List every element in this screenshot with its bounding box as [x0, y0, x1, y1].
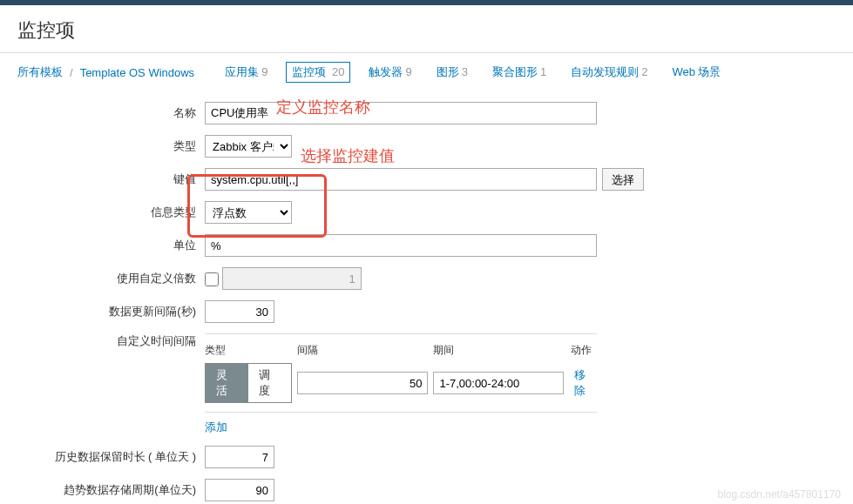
- toggle-flex-button[interactable]: 灵活: [206, 364, 248, 402]
- multiplier-value-input: [222, 267, 362, 290]
- label-key: 键值: [17, 171, 205, 187]
- label-custom-intervals: 自定义时间间隔: [17, 333, 205, 349]
- label-history-days: 历史数据保留时长 ( 单位天 ): [17, 449, 205, 465]
- label-update-interval: 数据更新间隔(秒): [17, 304, 205, 319]
- tab-items[interactable]: 监控项 20: [286, 62, 350, 83]
- key-input[interactable]: [205, 168, 597, 191]
- label-type: 类型: [17, 138, 205, 154]
- history-days-input[interactable]: [205, 446, 274, 468]
- name-input[interactable]: [205, 102, 597, 124]
- tab-screens[interactable]: 聚合图形1: [486, 62, 552, 83]
- label-name: 名称: [17, 105, 205, 121]
- custom-multiplier-checkbox[interactable]: [205, 272, 219, 286]
- tab-graphs[interactable]: 图形3: [430, 62, 474, 83]
- label-unit: 单位: [17, 238, 205, 253]
- interval-header-action: 动作: [571, 343, 592, 358]
- label-info-type: 信息类型: [17, 205, 205, 220]
- breadcrumb-template[interactable]: Template OS Windows: [80, 66, 195, 79]
- tab-discovery[interactable]: 自动发现规则2: [565, 62, 653, 83]
- label-custom-multiplier: 使用自定义倍数: [17, 271, 205, 286]
- page-title: 监控项: [17, 17, 836, 44]
- interval-header-interval: 间隔: [297, 343, 433, 358]
- interval-value-input[interactable]: [297, 372, 428, 394]
- breadcrumb-separator: /: [70, 66, 73, 79]
- tab-application-set[interactable]: 应用集9: [219, 62, 274, 83]
- toggle-schedule-button[interactable]: 调度: [248, 364, 291, 402]
- add-interval-link[interactable]: 添加: [205, 420, 227, 435]
- remove-interval-link[interactable]: 移除: [574, 367, 597, 399]
- interval-header-period: 期间: [433, 343, 571, 358]
- unit-input[interactable]: [205, 234, 597, 257]
- info-type-select[interactable]: 浮点数: [205, 201, 292, 224]
- update-interval-input[interactable]: [205, 300, 274, 323]
- interval-header-type: 类型: [205, 343, 297, 358]
- period-value-input[interactable]: [433, 372, 564, 394]
- breadcrumb-all-templates[interactable]: 所有模板: [17, 64, 63, 80]
- tab-triggers[interactable]: 触发器9: [362, 62, 417, 83]
- select-key-button[interactable]: 选择: [602, 168, 644, 191]
- tab-web-scenarios[interactable]: Web 场景: [666, 62, 727, 83]
- watermark: blog.csdn.net/a457801170: [718, 488, 841, 501]
- label-trend-days: 趋势数据存储周期(单位天): [17, 482, 205, 498]
- trend-days-input[interactable]: [205, 479, 274, 501]
- type-select[interactable]: Zabbix 客户端: [205, 135, 292, 158]
